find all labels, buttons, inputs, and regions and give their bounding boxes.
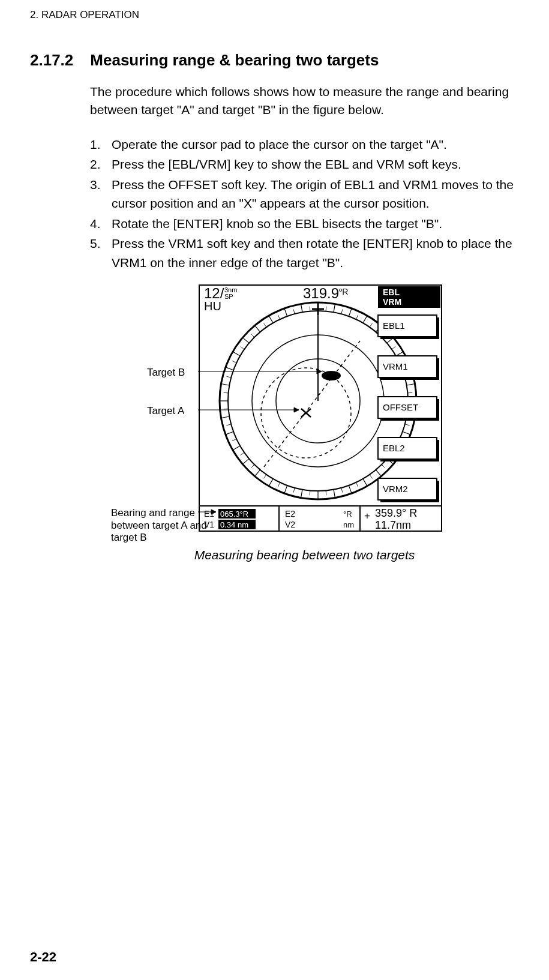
svg-line-42 bbox=[293, 488, 295, 493]
svg-line-44 bbox=[278, 482, 280, 487]
cursor-range: 11.7nm bbox=[375, 519, 411, 531]
svg-marker-104 bbox=[317, 369, 322, 374]
svg-line-69 bbox=[269, 316, 273, 323]
section-title-text: Measuring range & bearing two targets bbox=[90, 51, 379, 69]
radar-diagram: 12/ 3nm SP HU 319.9ºR EBL VRM EBL1 VRM1 … bbox=[198, 284, 510, 536]
svg-line-58 bbox=[224, 393, 229, 394]
svg-line-33 bbox=[363, 479, 367, 486]
v1-value: 0.34 nm bbox=[220, 520, 248, 529]
svg-line-10 bbox=[370, 323, 373, 328]
cursor-bearing: 359.9° R bbox=[375, 507, 417, 519]
svg-line-48 bbox=[251, 464, 254, 468]
svg-line-14 bbox=[392, 347, 396, 350]
svg-line-51 bbox=[233, 446, 240, 450]
svg-line-54 bbox=[226, 424, 231, 425]
page-number: 2-22 bbox=[30, 949, 56, 965]
svg-text:EBL: EBL bbox=[383, 287, 400, 297]
svg-line-49 bbox=[242, 459, 249, 464]
svg-line-38 bbox=[326, 491, 326, 496]
step-item: Press the [EBL/VRM] key to show the EBL … bbox=[90, 155, 519, 174]
svg-line-43 bbox=[284, 485, 287, 493]
svg-line-40 bbox=[310, 491, 310, 496]
svg-line-53 bbox=[226, 432, 233, 435]
svg-line-56 bbox=[224, 409, 229, 409]
softkey-vrm1[interactable]: VRM1 bbox=[378, 356, 439, 380]
softkey-vrm2[interactable]: VRM2 bbox=[378, 478, 439, 502]
svg-text:VRM: VRM bbox=[383, 297, 401, 307]
offset-ebl-line bbox=[264, 341, 360, 467]
svg-line-20 bbox=[407, 393, 412, 394]
step-item: Press the OFFSET soft key. The origin of… bbox=[90, 175, 519, 213]
svg-line-61 bbox=[226, 367, 233, 370]
svg-line-15 bbox=[396, 352, 403, 356]
svg-line-25 bbox=[403, 432, 410, 435]
svg-line-67 bbox=[255, 326, 260, 332]
svg-text:OFFSET: OFFSET bbox=[383, 402, 418, 412]
svg-line-52 bbox=[232, 439, 236, 441]
svg-line-34 bbox=[356, 482, 358, 487]
svg-line-30 bbox=[382, 464, 385, 468]
svg-line-62 bbox=[232, 361, 236, 363]
target-a-marker bbox=[301, 409, 311, 417]
svg-line-65 bbox=[242, 338, 249, 343]
e1-value: 065.3°R bbox=[220, 510, 248, 519]
step-item: Operate the cursor pad to place the curs… bbox=[90, 135, 519, 154]
procedure-steps: Operate the cursor pad to place the curs… bbox=[90, 135, 519, 272]
range-small-bottom: SP bbox=[224, 293, 233, 300]
range-readout: 12/ bbox=[204, 285, 224, 301]
svg-line-45 bbox=[269, 479, 273, 486]
svg-line-4 bbox=[326, 307, 326, 311]
svg-text:VRM1: VRM1 bbox=[383, 361, 408, 371]
svg-line-31 bbox=[376, 470, 381, 476]
svg-text:EBL2: EBL2 bbox=[383, 443, 405, 453]
svg-line-64 bbox=[241, 347, 245, 350]
annotation-target-b: Target B bbox=[147, 367, 185, 379]
svg-line-19 bbox=[407, 384, 415, 386]
svg-line-66 bbox=[251, 334, 254, 338]
softkey-header: EBL VRM bbox=[378, 286, 440, 308]
svg-line-60 bbox=[226, 376, 231, 377]
svg-line-74 bbox=[310, 307, 310, 311]
target-b-marker bbox=[322, 371, 341, 380]
svg-line-70 bbox=[278, 315, 280, 319]
e2-label: E2 bbox=[285, 509, 295, 519]
svg-line-36 bbox=[341, 488, 343, 493]
svg-line-59 bbox=[221, 384, 230, 386]
intro-paragraph: The procedure which follows shows how to… bbox=[90, 83, 519, 119]
e2-unit: °R bbox=[343, 510, 352, 519]
svg-line-46 bbox=[263, 475, 266, 479]
svg-line-32 bbox=[370, 475, 373, 479]
v1-label: V1 bbox=[204, 520, 214, 529]
svg-line-71 bbox=[284, 308, 287, 316]
softkey-ebl2[interactable]: EBL2 bbox=[378, 437, 439, 461]
annotation-target-a: Target A bbox=[147, 405, 184, 417]
heading-readout: 319.9ºR bbox=[303, 285, 348, 301]
figure-caption: Measuring bearing between two targets bbox=[90, 548, 519, 562]
section-number: 2.17.2 bbox=[30, 51, 73, 70]
softkey-ebl1[interactable]: EBL1 bbox=[378, 315, 439, 339]
running-header: 2. RADAR OPERATION bbox=[30, 9, 519, 21]
svg-line-7 bbox=[349, 308, 352, 316]
softkey-offset[interactable]: OFFSET bbox=[378, 397, 439, 421]
svg-text:VRM2: VRM2 bbox=[383, 484, 408, 494]
v2-unit: nm bbox=[343, 520, 354, 529]
svg-line-50 bbox=[241, 452, 245, 455]
svg-line-8 bbox=[356, 315, 358, 319]
svg-marker-106 bbox=[294, 407, 299, 412]
section-title: 2.17.2Measuring range & bearing two targ… bbox=[30, 51, 519, 70]
svg-line-47 bbox=[255, 470, 260, 476]
heading-marker-icon bbox=[312, 303, 324, 315]
svg-line-9 bbox=[363, 316, 367, 323]
svg-line-5 bbox=[334, 304, 335, 313]
svg-line-72 bbox=[293, 310, 295, 314]
figure: Target B Target A Bearing and range betw… bbox=[132, 284, 516, 542]
svg-text:EBL1: EBL1 bbox=[383, 320, 405, 331]
svg-line-6 bbox=[341, 310, 343, 314]
svg-line-37 bbox=[334, 490, 335, 498]
svg-line-35 bbox=[349, 485, 352, 493]
svg-line-63 bbox=[233, 352, 240, 356]
mode-readout: HU bbox=[204, 299, 221, 313]
svg-line-55 bbox=[221, 416, 230, 418]
svg-line-73 bbox=[301, 304, 303, 313]
svg-line-68 bbox=[263, 323, 266, 328]
